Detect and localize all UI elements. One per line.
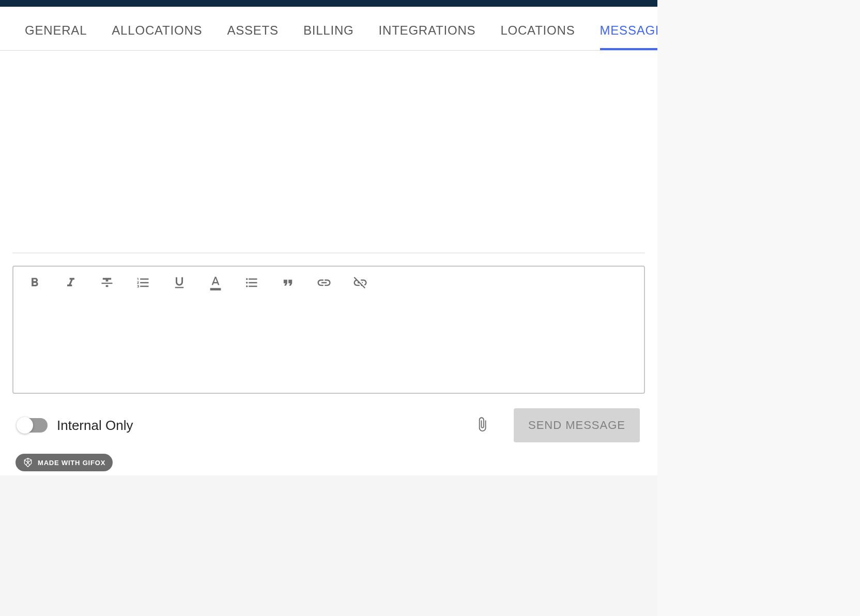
attachment-icon[interactable] [474,415,490,436]
gifox-icon [23,457,33,468]
tab-allocations[interactable]: ALLOCATIONS [112,23,202,50]
tab-billing[interactable]: BILLING [303,23,354,50]
bullet-list-icon[interactable] [243,274,260,291]
gifox-badge-label: MADE WITH GIFOX [38,459,105,467]
unlink-icon[interactable] [351,274,369,291]
bold-icon[interactable] [26,274,43,291]
send-message-button[interactable]: SEND MESSAGE [514,408,640,442]
composer-footer: Internal Only SEND MESSAGE [12,408,645,442]
tab-messages[interactable]: MESSAGES [600,23,658,50]
content-area: Internal Only SEND MESSAGE [0,51,657,455]
tab-locations[interactable]: LOCATIONS [500,23,575,50]
text-color-icon[interactable] [207,274,224,291]
link-icon[interactable] [315,274,333,291]
top-navbar [0,0,657,7]
italic-icon[interactable] [62,274,80,291]
internal-only-toggle[interactable] [18,418,48,433]
messages-list [12,67,645,253]
message-input[interactable] [13,299,644,393]
right-gutter [657,0,860,616]
tab-bar: GENERAL ALLOCATIONS ASSETS BILLING INTEG… [0,7,657,51]
strikethrough-icon[interactable] [98,274,116,291]
gifox-badge: MADE WITH GIFOX [16,454,113,471]
editor-toolbar [13,267,644,299]
svg-rect-0 [210,288,221,290]
internal-only-label: Internal Only [57,418,133,434]
underline-icon[interactable] [171,274,188,291]
main-page: GENERAL ALLOCATIONS ASSETS BILLING INTEG… [0,0,657,475]
tab-general[interactable]: GENERAL [25,23,87,50]
tab-integrations[interactable]: INTEGRATIONS [379,23,476,50]
toggle-knob [17,417,33,434]
ordered-list-icon[interactable] [134,274,152,291]
quote-icon[interactable] [279,274,297,291]
tab-assets[interactable]: ASSETS [227,23,279,50]
message-editor [12,266,645,394]
